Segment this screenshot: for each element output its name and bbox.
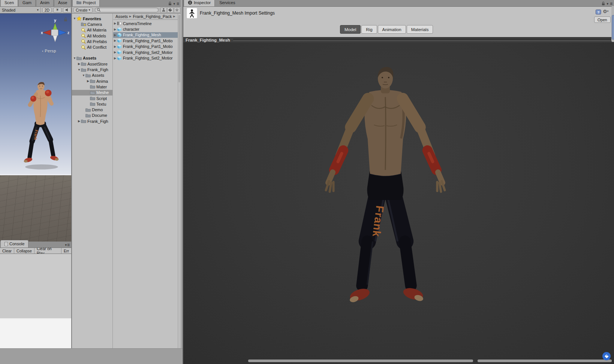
tab-model[interactable]: Model [340,25,361,34]
foldout-closed-icon[interactable]: ▶ [86,79,90,83]
project-search-field[interactable] [95,7,159,12]
file-row-set2-motion-a[interactable]: ▶ Frank_Fighting_Set2_Motior [113,49,178,55]
tree-item-documentation[interactable]: Docume [72,113,112,118]
tab-inspector[interactable]: Inspector [184,0,215,6]
tree-item-all-materials[interactable]: All Materia [72,27,112,33]
foldout-open-icon[interactable]: ▼ [82,74,85,77]
foldout-closed-icon[interactable]: ▶ [113,28,117,31]
favorites-star-button[interactable] [174,7,180,13]
file-row-set2-motion-b[interactable]: ▶ Frank_Fighting_Set2_Motior [113,55,178,61]
preview-titlebar[interactable]: Frank_Fighting_Mesh [183,37,614,42]
console-panel-menu-icon[interactable]: ▾≡ [64,243,71,248]
tree-item-frank-fighting-pack[interactable]: ▼ Frank_Figh [72,67,112,72]
foldout-closed-icon[interactable]: ▶ [113,22,117,25]
inspector-scrollbar[interactable] [611,6,614,42]
project-file-list[interactable]: Assets ▶ Frank_Fighting_Pack ▶ ▶ CameraT… [113,13,178,348]
tree-item-assetstore[interactable]: ▶ AssetStore [72,61,112,67]
model-preview-area[interactable]: Frank [183,42,614,364]
file-row-part1-motion-b[interactable]: ▶ Frank_Fighting_Part1_Motio [113,44,178,49]
file-label: character [123,27,139,31]
search-input[interactable] [101,7,157,12]
console-error-pause-button[interactable]: Err [61,248,71,254]
search-by-label-button[interactable] [167,7,174,13]
scrollbar-thumb[interactable] [178,15,180,82]
foldout-closed-icon[interactable]: ▶ [113,57,117,60]
tab-project[interactable]: Project [72,0,100,6]
tree-item-scripts[interactable]: Script [72,95,112,101]
breadcrumb-root[interactable]: Assets [115,14,128,19]
tab-materials[interactable]: Materials [407,25,433,34]
gizmo-persp-toggle[interactable]: ‹ Persp [42,49,56,53]
tree-item-meshes[interactable]: Meshe [72,90,112,95]
tree-item-all-prefabs[interactable]: All Prefabs [72,39,112,44]
tree-item-textures[interactable]: Textu [72,101,112,107]
foldout-open-icon[interactable]: ▼ [73,57,76,60]
tab-console[interactable]: Console [0,240,28,248]
foldout-closed-icon[interactable]: ▶ [77,119,81,123]
file-row-cameratimeline[interactable]: ▶ CameraTimeline [113,21,178,26]
scene-audio-button[interactable] [63,7,71,13]
console-clear-button[interactable]: Clear [0,248,14,254]
console-clear-on-play-button[interactable]: Clear on Play [34,248,61,254]
file-row-frank-fighting-mesh[interactable]: ▶ Frank_Fighting_Mesh [113,32,178,38]
open-button[interactable]: Open [594,16,611,23]
search-by-type-button[interactable] [160,7,167,13]
gizmo-y-cone[interactable] [53,23,57,30]
tree-item-all-models[interactable]: All Models [72,33,112,39]
foldout-closed-icon[interactable]: ▶ [113,33,117,37]
help-icon[interactable]: ? [596,9,601,15]
tree-item-animations[interactable]: ▶ Anima [72,78,112,84]
foldout-closed-icon[interactable]: ▶ [113,39,117,42]
gizmo-x-cone[interactable] [43,30,51,35]
tree-item-camera[interactable]: Camera [72,21,112,27]
foldout-closed-icon[interactable]: ▶ [113,45,117,48]
preview-character-model[interactable]: Frank [307,61,464,324]
lock-icon[interactable] [602,1,605,6]
foldout-closed-icon[interactable]: ▶ [77,62,81,66]
file-row-character[interactable]: ▶ character [113,26,178,32]
lock-icon[interactable] [64,17,67,22]
tab-animator[interactable]: Anim [36,0,54,6]
tree-item-frank-fighting-2[interactable]: ▶ Frank_Figh [72,118,112,124]
scene-lighting-button[interactable]: ☀ [53,7,61,13]
lock-icon[interactable] [168,1,172,6]
create-dropdown-button[interactable]: Create ▾ [73,7,93,13]
tree-item-demo[interactable]: Demo [72,107,112,112]
scene-character-model[interactable]: Frank [15,70,66,178]
tab-services[interactable]: Services [215,0,239,6]
tab-scene[interactable]: Scen [0,0,18,6]
inspector-panel-menu-icon[interactable]: ▾≡ [601,1,614,6]
shading-mode-dropdown[interactable]: Shaded ▾ [0,7,41,13]
preview-hscrollbar-2[interactable] [478,360,612,362]
foldout-open-icon[interactable]: ▼ [73,17,76,20]
foldout-open-icon[interactable]: ▼ [77,68,81,72]
scrollbar-thumb[interactable] [612,15,614,40]
tree-item-assets-sub[interactable]: ▼ Assets [72,73,112,78]
tab-assetstore[interactable]: Asse [54,0,71,6]
tree-item-materials[interactable]: Mater [72,84,112,90]
tab-rig[interactable]: Rig [361,25,377,34]
tree-item-favorites[interactable]: ▼ Favorites [72,16,112,21]
console-log-list[interactable] [0,254,71,319]
console-collapse-button[interactable]: Collapse [14,248,34,254]
preview-hscrollbar[interactable] [248,360,473,362]
tree-item-assets-root[interactable]: ▼ Assets [72,55,112,61]
drag-handle[interactable] [233,39,611,41]
tab-game[interactable]: Gam [18,0,36,6]
gizmo-center-cube[interactable] [51,30,58,36]
tree-item-all-conflicts[interactable]: All Conflict [72,44,112,50]
asset-label-button[interactable] [602,352,611,361]
toggle-2d-button[interactable]: 2D [42,7,52,13]
scene-grid [0,175,71,242]
file-row-part1-motion-a[interactable]: ▶ Frank_Fighting_Part1_Motio [113,38,178,43]
foldout-closed-icon[interactable]: ▶ [113,51,117,54]
gizmo-z-cone[interactable] [59,30,66,35]
scene-viewport[interactable]: Frank [0,13,71,242]
project-scrollbar[interactable] [178,13,181,348]
breadcrumb-current[interactable]: Frank_Fighting_Pack [133,14,172,19]
gizmo-down-cone[interactable] [53,35,57,42]
project-tree[interactable]: ▼ Favorites Camera All Materia All Model… [72,13,113,348]
preset-gear-icon[interactable]: ⚙▾ [603,9,608,14]
tab-animation[interactable]: Animation [378,25,406,34]
project-panel-menu-icon[interactable]: ▾≡ [168,1,181,6]
